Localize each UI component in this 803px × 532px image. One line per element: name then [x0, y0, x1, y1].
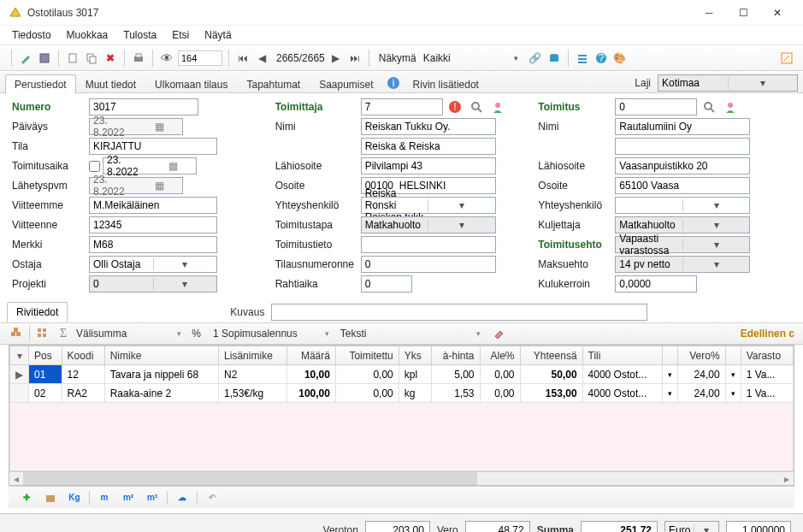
tab-saapumiset[interactable]: Saapumiset	[310, 74, 382, 94]
sigma-icon[interactable]: Σ	[56, 326, 71, 341]
menu-tiedosto[interactable]: Tiedosto	[12, 29, 51, 41]
cell-nimike[interactable]: Tavara ja nippeli 68	[104, 365, 218, 384]
kulukerroin-input[interactable]	[615, 275, 697, 293]
cell-ale[interactable]: 0,00	[480, 384, 520, 403]
lahetyspvm-date[interactable]: 23. 8.2022▦	[89, 177, 183, 194]
viitteemme-input[interactable]	[89, 197, 217, 214]
nav-next-icon[interactable]: ▶	[328, 50, 344, 66]
laji-select[interactable]: Kotimaa▾	[658, 74, 798, 92]
menu-etsi[interactable]: Etsi	[172, 29, 189, 41]
chevron-down-icon[interactable]: ▾	[171, 326, 186, 341]
cell-pos[interactable]: 02	[29, 384, 62, 403]
grid-header-toimitettu[interactable]: Toimitettu	[335, 346, 399, 365]
cell-nimike[interactable]: Raaka-aine 2	[104, 384, 218, 403]
tab-ulkomaan-tilaus[interactable]: Ulkomaan tilaus	[145, 74, 237, 94]
nav-last-icon[interactable]: ⏭	[347, 50, 363, 66]
kurssi-input[interactable]	[726, 521, 791, 532]
table-row[interactable]: 02 RA2 Raaka-aine 2 1,53€/kg 100,00 0,00…	[10, 384, 794, 403]
menu-tulosta[interactable]: Tulosta	[123, 29, 156, 41]
grid-header-lisanimike[interactable]: Lisänimike	[219, 346, 287, 365]
cell-ale[interactable]: 0,00	[480, 365, 520, 384]
boxes-icon[interactable]	[9, 326, 24, 341]
cell-vero-dd[interactable]: ▾	[725, 384, 741, 403]
cell-yks[interactable]: kg	[399, 384, 431, 403]
veroton-input[interactable]	[365, 521, 430, 532]
db-icon[interactable]	[546, 50, 562, 66]
cell-tili[interactable]: 4000 Ostot...	[582, 384, 663, 403]
add-row-icon[interactable]: ✚	[17, 489, 36, 506]
edellinen-button[interactable]: Edellinen c	[741, 328, 794, 340]
merkki-input[interactable]	[89, 236, 217, 253]
menu-muokkaa[interactable]: Muokkaa	[67, 29, 109, 41]
grid-header-yks[interactable]: Yks	[399, 346, 431, 365]
grid-header-varasto[interactable]: Varasto	[741, 346, 793, 365]
ostaja-select[interactable]: Olli Ostaja▾	[89, 256, 217, 273]
grid-icon[interactable]	[35, 326, 50, 341]
palette-icon[interactable]: 🎨	[612, 50, 628, 66]
cell-lisa[interactable]: 1,53€/kg	[219, 384, 287, 403]
link-icon[interactable]: 🔗	[528, 50, 543, 66]
toimittaja-input[interactable]	[361, 98, 443, 115]
nav-prev-icon[interactable]: ◀	[254, 50, 269, 66]
calendar-icon[interactable]: ▦	[136, 121, 182, 133]
chevron-down-icon[interactable]: ▾	[509, 50, 524, 66]
chevron-down-icon[interactable]: ▾	[320, 326, 335, 341]
grid-header-koodi[interactable]: Koodi	[62, 346, 104, 365]
valuutta-select[interactable]: Euro▾	[664, 521, 719, 532]
maximize-button[interactable]: ☐	[726, 0, 760, 26]
toimitus-input[interactable]	[615, 98, 697, 115]
cell-vero[interactable]: 24,00	[678, 365, 725, 384]
kuljettaja-select[interactable]: Matkahuolto▾	[615, 216, 750, 233]
projekti-select[interactable]: 0▾	[89, 275, 217, 293]
undo-icon[interactable]: ↶	[203, 489, 221, 506]
calendar-icon[interactable]: ▦	[136, 180, 182, 192]
nav-first-icon[interactable]: ⏮	[235, 50, 251, 66]
chevron-down-icon[interactable]: ▾	[470, 326, 486, 341]
eraser-icon[interactable]	[491, 326, 506, 341]
cell-tili-dd[interactable]: ▾	[663, 365, 678, 384]
cell-koodi[interactable]: RA2	[62, 384, 104, 403]
teksti-dropdown[interactable]: Teksti	[340, 328, 367, 340]
help-icon[interactable]: ?	[593, 50, 609, 66]
delete-icon[interactable]: ✖	[103, 50, 118, 66]
person-icon[interactable]	[721, 98, 740, 115]
cell-tili-dd[interactable]: ▾	[663, 384, 678, 403]
cell-var[interactable]: 1 Va...	[741, 384, 793, 403]
cell-tili[interactable]: 4000 Ostot...	[582, 365, 663, 384]
m-button[interactable]: m	[95, 489, 114, 506]
grid-header-pos[interactable]: Pos	[29, 346, 62, 365]
record-number-input[interactable]	[178, 50, 222, 66]
rahtiaika-input[interactable]	[361, 275, 412, 293]
print-icon[interactable]	[131, 50, 146, 66]
calendar-icon[interactable]: ▦	[150, 160, 196, 172]
scroll-right-icon[interactable]: ▸	[780, 472, 794, 485]
toimitustapa-select[interactable]: Matkahuolto▾	[361, 216, 496, 233]
person-icon[interactable]	[488, 98, 507, 115]
cell-maara[interactable]: 10,00	[287, 365, 336, 384]
cell-ahinta[interactable]: 5,00	[431, 365, 480, 384]
paivays-date[interactable]: 23. 8.2022▦	[89, 118, 183, 135]
toimitusaika-date[interactable]: 23. 8.2022▦	[103, 157, 197, 174]
grid-header-nimike[interactable]: Nimike	[104, 346, 218, 365]
toimitustieto-input[interactable]	[361, 236, 496, 253]
grid-header-yhteensa[interactable]: Yhteensä	[520, 346, 582, 365]
search-icon[interactable]	[467, 98, 486, 115]
tila-input[interactable]	[89, 138, 217, 155]
tilausnumeronne-input[interactable]	[361, 256, 496, 273]
save-icon[interactable]	[37, 50, 52, 66]
valisumma-label[interactable]: Välisumma	[76, 328, 127, 340]
list-icon[interactable]	[575, 50, 590, 66]
cell-pos[interactable]: 01	[29, 365, 62, 384]
right-nimi2-input[interactable]	[615, 138, 750, 155]
tab-muut-tiedot[interactable]: Muut tiedot	[76, 74, 145, 94]
copy-icon[interactable]	[84, 50, 99, 66]
viitteenne-input[interactable]	[89, 216, 217, 233]
cell-toim[interactable]: 0,00	[335, 384, 399, 403]
cell-var[interactable]: 1 Va...	[741, 365, 793, 384]
cell-koodi[interactable]: 12	[62, 365, 104, 384]
alennus-dropdown[interactable]: 1 Sopimusalennus	[213, 328, 298, 340]
edit-icon[interactable]	[18, 50, 33, 66]
cell-yht[interactable]: 50,00	[520, 365, 582, 384]
new-icon[interactable]	[65, 50, 80, 66]
toimitusaika-checkbox[interactable]	[89, 161, 100, 172]
